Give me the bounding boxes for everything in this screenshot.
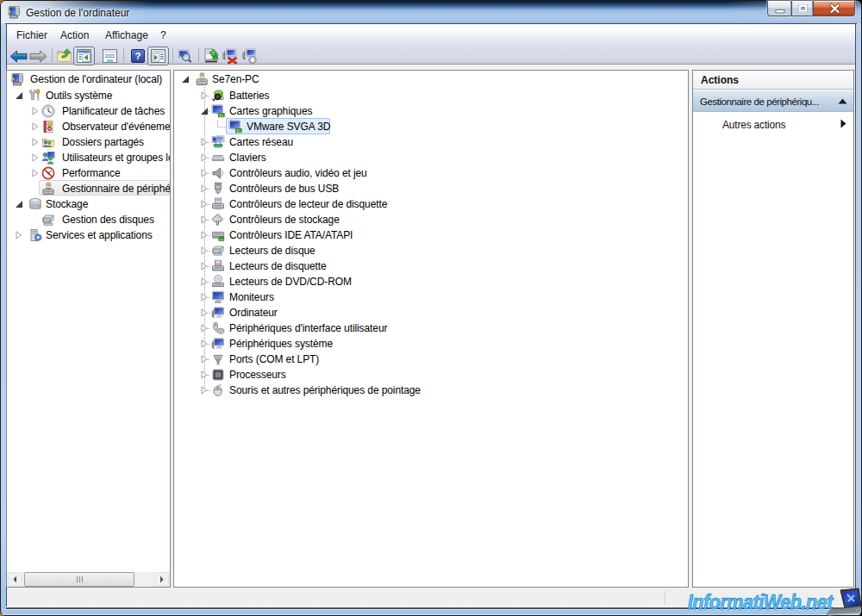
svg-text:?: ?: [134, 51, 141, 61]
